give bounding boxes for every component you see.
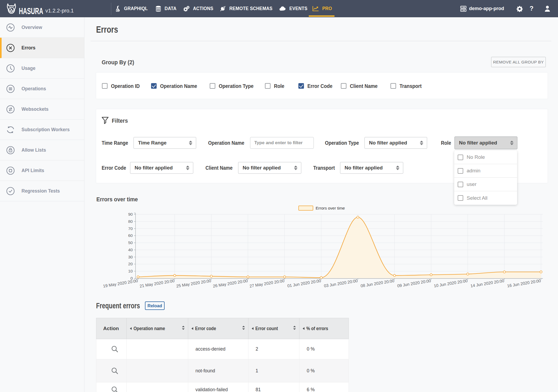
svg-text:10 Jun 2020 20:00: 10 Jun 2020 20:00	[433, 278, 468, 288]
svg-text:25 May 2020 20:00: 25 May 2020 20:00	[176, 278, 212, 288]
svg-text:40: 40	[128, 248, 133, 252]
svg-text:21 May 2020 20:00: 21 May 2020 20:00	[139, 278, 175, 288]
svg-text:Errors over time: Errors over time	[316, 206, 345, 210]
svg-text:30: 30	[128, 255, 133, 259]
svg-text:16 Jun 2020 20:00: 16 Jun 2020 20:00	[507, 278, 541, 288]
svg-text:19 May 2020 20:00: 19 May 2020 20:00	[103, 278, 138, 288]
svg-text:10: 10	[128, 269, 133, 273]
svg-text:14 Jun 2020 20:00: 14 Jun 2020 20:00	[470, 278, 505, 288]
svg-text:08 Jun 2020 20:00: 08 Jun 2020 20:00	[360, 278, 395, 288]
svg-text:90: 90	[128, 212, 133, 216]
svg-text:70: 70	[128, 226, 133, 231]
svg-text:20: 20	[128, 262, 133, 266]
svg-text:26 May 2020 20:00: 26 May 2020 20:00	[213, 278, 248, 288]
svg-text:03 Jun 2020 20:00: 03 Jun 2020 20:00	[324, 278, 358, 288]
svg-text:09 Jun 2020 20:00: 09 Jun 2020 20:00	[397, 278, 431, 288]
svg-text:0: 0	[130, 276, 133, 280]
svg-text:50: 50	[128, 240, 133, 245]
svg-text:27 May 2020 20:00: 27 May 2020 20:00	[249, 278, 285, 288]
svg-text:80: 80	[128, 219, 133, 224]
svg-text:01 Jun 2020 20:00: 01 Jun 2020 20:00	[287, 278, 321, 288]
svg-text:60: 60	[128, 233, 133, 238]
